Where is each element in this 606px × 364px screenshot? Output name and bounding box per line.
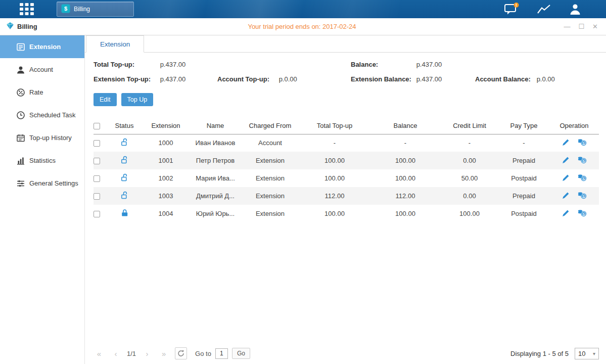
cell-balance: 100.00 [370, 152, 441, 169]
sidebar: Extension Account Rate [0, 35, 85, 364]
cell-charged-from: Account [241, 134, 299, 152]
topup-money-icon[interactable]: $ [578, 174, 587, 181]
cell-total-topup: - [299, 134, 370, 152]
cell-total-topup: 112.00 [299, 187, 370, 205]
cell-balance: - [370, 134, 441, 152]
cell-charged-from: Extension [241, 169, 299, 187]
cell-credit-limit: - [441, 134, 498, 152]
cell-credit-limit: 50.00 [441, 169, 498, 187]
cell-pay-type: Postpaid [498, 169, 549, 187]
col-header-status: Status [107, 118, 142, 134]
topup-history-icon [16, 133, 25, 143]
extension-topup-field: Extension Top-up: p.437.00 [94, 75, 217, 83]
select-all-checkbox[interactable] [94, 123, 100, 129]
col-header-name: Name [190, 118, 241, 134]
topup-money-icon[interactable]: $ [578, 139, 587, 146]
clock-icon [16, 111, 25, 120]
refresh-icon[interactable] [175, 347, 187, 359]
table-row: 1003 Дмитрий Д... Extension 112.00 112.0… [94, 187, 599, 205]
edit-pencil-icon[interactable] [562, 174, 570, 181]
rate-icon [16, 88, 25, 97]
account-balance-field: Account Balance: p.0.00 [475, 75, 599, 83]
lock-open-icon[interactable] [121, 138, 128, 146]
cell-total-topup: 100.00 [299, 152, 370, 169]
top-up-button[interactable]: Top Up [121, 93, 154, 106]
statistics-chart-icon[interactable] [536, 3, 551, 15]
next-page-icon[interactable]: › [142, 349, 153, 358]
extension-topup-label: Extension Top-up: [94, 75, 158, 83]
topup-money-icon[interactable]: $ [578, 192, 587, 199]
row-checkbox[interactable] [94, 193, 100, 200]
cell-credit-limit: 100.00 [441, 205, 498, 222]
lock-closed-icon[interactable] [121, 209, 128, 217]
account-topup-label: Account Top-up: [217, 75, 277, 83]
extension-table: Status Extension Name Charged From Total… [94, 118, 599, 222]
sidebar-item-scheduled-task[interactable]: Scheduled Task [0, 104, 84, 126]
window-titlebar: Billing Your trial period ends on: 2017-… [0, 18, 606, 35]
edit-button[interactable]: Edit [94, 93, 117, 106]
cell-balance: 100.00 [370, 205, 441, 222]
sidebar-item-topup-history[interactable]: Top-up History [0, 126, 84, 149]
balance-value: p.437.00 [416, 61, 442, 68]
cell-pay-type: Prepaid [498, 152, 549, 169]
tab-extension[interactable]: Extension [86, 35, 144, 53]
cell-name: Дмитрий Д... [190, 187, 241, 205]
row-checkbox[interactable] [94, 175, 100, 182]
cell-total-topup: 100.00 [299, 169, 370, 187]
sidebar-item-extension[interactable]: Extension [0, 35, 84, 58]
cell-balance: 100.00 [370, 169, 441, 187]
table-row: 1001 Петр Петров Extension 100.00 100.00… [94, 152, 599, 169]
close-icon[interactable]: ✕ [592, 23, 598, 30]
page-size-select[interactable]: 10 ▾ [575, 348, 599, 359]
chevron-down-icon: ▾ [593, 351, 595, 356]
maximize-icon[interactable]: ☐ [578, 23, 584, 30]
taskbar-item-billing[interactable]: $ Billing [57, 2, 134, 17]
sidebar-item-general-settings[interactable]: General Settings [0, 172, 84, 195]
row-checkbox[interactable] [94, 211, 100, 217]
lock-open-icon[interactable] [121, 156, 128, 164]
edit-pencil-icon[interactable] [562, 156, 570, 164]
apps-grid-icon[interactable] [18, 2, 35, 17]
prev-page-icon[interactable]: ‹ [110, 349, 121, 358]
svg-text:$: $ [582, 211, 585, 216]
cell-extension: 1000 [142, 134, 190, 152]
topup-money-icon[interactable]: $ [578, 209, 587, 217]
goto-page-input[interactable] [215, 348, 228, 359]
sidebar-item-rate[interactable]: Rate [0, 81, 84, 104]
row-checkbox[interactable] [94, 140, 100, 147]
cell-pay-type: - [498, 134, 549, 152]
minimize-icon[interactable]: — [564, 23, 570, 30]
first-page-icon[interactable]: « [94, 349, 105, 358]
account-topup-value: p.0.00 [279, 75, 297, 83]
row-checkbox[interactable] [94, 158, 100, 164]
edit-pencil-icon[interactable] [562, 192, 570, 199]
cell-name: Петр Петров [190, 152, 241, 169]
cell-charged-from: Extension [241, 205, 299, 222]
lock-open-icon[interactable] [121, 191, 128, 199]
billing-dollar-icon: $ [61, 4, 70, 15]
extension-balance-value: p.437.00 [416, 75, 442, 83]
cell-charged-from: Extension [241, 187, 299, 205]
col-header-extension: Extension [142, 118, 190, 134]
user-account-icon[interactable] [569, 3, 582, 15]
last-page-icon[interactable]: » [158, 349, 169, 358]
cell-charged-from: Extension [241, 152, 299, 169]
sidebar-item-account[interactable]: Account [0, 58, 84, 81]
col-header-balance: Balance [370, 118, 441, 134]
extension-topup-value: p.437.00 [160, 75, 186, 83]
cell-extension: 1002 [142, 169, 190, 187]
balance-label: Balance: [351, 61, 414, 68]
sidebar-item-statistics[interactable]: Statistics [0, 149, 84, 172]
edit-pencil-icon[interactable] [562, 209, 570, 217]
cell-name: Мария Ива... [190, 169, 241, 187]
cell-pay-type: Prepaid [498, 187, 549, 205]
col-header-pay-type: Pay Type [498, 118, 549, 134]
topup-money-icon[interactable]: $ [578, 156, 587, 164]
lock-open-icon[interactable] [121, 173, 128, 181]
go-button[interactable]: Go [232, 348, 250, 359]
window-title: Billing [17, 23, 37, 30]
col-header-operation: Operation [549, 118, 599, 134]
edit-pencil-icon[interactable] [562, 139, 570, 146]
balance-summary: Total Top-up: p.437.00 Balance: p.437.00… [94, 61, 599, 83]
chat-notification-icon[interactable]: ! [504, 3, 519, 16]
